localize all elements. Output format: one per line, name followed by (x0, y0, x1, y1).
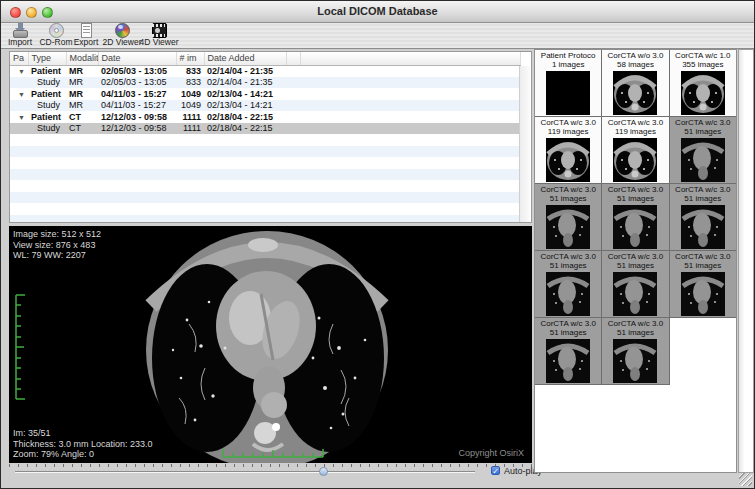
horizontal-scale-ruler (222, 447, 324, 459)
image-slider-track[interactable] (15, 471, 475, 473)
4d-viewer-icon (151, 23, 168, 38)
series-image-count: 119 images (535, 128, 601, 137)
window-resize-grip[interactable] (739, 473, 752, 486)
export-label: Export (69, 38, 103, 47)
cdrom-icon (48, 23, 65, 38)
series-thumbnail[interactable]: CorCTA w/c 3.0 51 images (670, 117, 737, 184)
cell-image-count: 1111 (176, 111, 204, 123)
cell-image-count: 1049 (176, 100, 204, 112)
series-thumbnail[interactable]: CorCTA w/c 3.0 51 images (602, 184, 669, 251)
series-preview-image (613, 138, 657, 182)
cell-date: 12/12/03 - 09:58 (98, 123, 176, 135)
image-slider-thumb[interactable] (319, 467, 328, 476)
cell-date: 02/05/03 - 13:05 (98, 65, 176, 77)
cell-modality: MR (66, 77, 98, 89)
column-header-type[interactable]: Type (28, 52, 66, 65)
import-icon (12, 23, 29, 38)
cell-type: Study (28, 77, 66, 89)
series-image-count: 51 images (670, 128, 736, 137)
window-title: Local DICOM Database (1, 5, 754, 17)
series-preview-image (613, 272, 657, 316)
table-row[interactable]: ▼ Patient CT 12/12/03 - 09:58 1111 02/18… (10, 111, 521, 123)
cell-date: 04/11/03 - 15:27 (98, 88, 176, 100)
column-header-blank (300, 52, 521, 65)
series-preview-image (546, 138, 590, 182)
series-thumbnail[interactable]: CorCTA w/c 3.0 51 images (535, 318, 602, 385)
table-row-empty (10, 146, 521, 158)
import-button[interactable]: Import (4, 23, 36, 49)
series-image-count: 51 images (602, 195, 668, 204)
cell-date-added: 02/14/04 - 21:35 (204, 65, 286, 77)
series-thumbnail[interactable]: CorCTA w/c 3.0 119 images (535, 117, 602, 184)
4d-viewer-label: 4D Viewer (137, 38, 181, 47)
cell-modality: MR (66, 65, 98, 77)
cell-image-count: 833 (176, 65, 204, 77)
title-bar[interactable]: Local DICOM Database (1, 1, 754, 23)
table-row[interactable]: ▼ Study MR 02/05/03 - 13:05 833 02/14/04… (10, 77, 521, 89)
disclosure-triangle-icon[interactable]: ▼ (18, 68, 25, 75)
column-header-date-added[interactable]: Date Added (204, 52, 286, 65)
table-row-empty (10, 192, 521, 204)
cell-date-added: 02/18/04 - 22:15 (204, 123, 286, 135)
series-preview-image (681, 272, 725, 316)
cell-modality: MR (66, 100, 98, 112)
overlay-image-index: Im: 35/51 (13, 428, 153, 439)
overlay-thickness-location: Thickness: 3.0 mm Location: 233.0 (13, 439, 153, 450)
series-thumbnail[interactable]: CorCTA w/c 3.0 51 images (670, 184, 737, 251)
series-preview-image (613, 339, 657, 383)
export-button[interactable]: Export (69, 23, 103, 49)
series-thumbnail[interactable]: CorCTA w/o 3.0 58 images (602, 50, 669, 117)
cell-image-count: 1111 (176, 123, 204, 135)
thumbnail-panel-scrollbar[interactable] (738, 49, 754, 473)
autoplay-checkbox[interactable]: ✓ (491, 466, 500, 475)
table-row-empty (10, 157, 521, 169)
image-viewer[interactable]: Image size: 512 x 512 View size: 876 x 4… (9, 226, 532, 463)
table-row-empty (10, 180, 521, 192)
cell-type: Study (28, 100, 66, 112)
column-header-pa[interactable]: Pa (10, 52, 28, 65)
table-row-empty (10, 203, 521, 215)
column-header-modality[interactable]: Modality (66, 52, 98, 65)
table-row[interactable]: ▼ Study CT 12/12/03 - 09:58 1111 02/18/0… (10, 123, 521, 135)
series-thumbnail[interactable]: CorCTA w/c 3.0 51 images (602, 318, 669, 385)
table-row-empty (10, 134, 521, 146)
table-vertical-scrollbar[interactable] (519, 66, 530, 223)
table-row[interactable]: ▼ Study MR 04/11/03 - 15:27 1049 02/13/0… (10, 100, 521, 112)
disclosure-triangle-icon[interactable]: ▼ (18, 91, 25, 98)
4d-viewer-button[interactable]: 4D Viewer (137, 23, 181, 49)
series-preview-image (546, 272, 590, 316)
cell-type: Patient (28, 65, 66, 77)
cell-modality: CT (66, 123, 98, 135)
series-thumbnail[interactable]: Patient Protoco 1 images (535, 50, 602, 117)
column-header-im[interactable]: # im (176, 52, 204, 65)
cell-type: Patient (28, 88, 66, 100)
series-preview-image (546, 339, 590, 383)
import-label: Import (4, 38, 36, 47)
table-row-empty (10, 215, 521, 224)
series-image-count: 51 images (535, 329, 601, 338)
series-image-count: 1 images (535, 61, 601, 70)
cell-image-count: 1049 (176, 88, 204, 100)
series-preview-image (613, 71, 657, 115)
series-thumbnail[interactable]: CorCTA w/c 3.0 51 images (602, 251, 669, 318)
overlay-zoom-angle: Zoom: 79% Angle: 0 (13, 449, 153, 460)
series-preview-image (546, 71, 590, 115)
overlay-image-size: Image size: 512 x 512 (13, 229, 101, 240)
column-header-date[interactable]: Date (98, 52, 176, 65)
series-image-count: 51 images (602, 262, 668, 271)
series-thumbnail[interactable]: CorCTA w/c 3.0 119 images (602, 117, 669, 184)
series-thumbnail[interactable]: CorCTA w/c 3.0 51 images (535, 184, 602, 251)
series-thumbnail[interactable]: CorCTA w/c 1.0 355 images (670, 50, 737, 117)
series-thumbnail[interactable]: CorCTA w/c 3.0 51 images (670, 251, 737, 318)
table-row[interactable]: ▼ Patient MR 02/05/03 - 13:05 833 02/14/… (10, 65, 521, 77)
series-image-count: 51 images (670, 195, 736, 204)
slider-tick-marks (9, 464, 532, 467)
column-header-spacer (286, 52, 300, 65)
cell-date-added: 02/13/04 - 14:21 (204, 88, 286, 100)
series-thumbnail[interactable]: CorCTA w/c 3.0 51 images (535, 251, 602, 318)
table-row[interactable]: ▼ Patient MR 04/11/03 - 15:27 1049 02/13… (10, 88, 521, 100)
disclosure-triangle-icon[interactable]: ▼ (18, 114, 25, 121)
viewer-overlay-top: Image size: 512 x 512 View size: 876 x 4… (13, 229, 101, 261)
cell-date: 02/05/03 - 13:05 (98, 77, 176, 89)
ct-image[interactable] (143, 228, 391, 463)
